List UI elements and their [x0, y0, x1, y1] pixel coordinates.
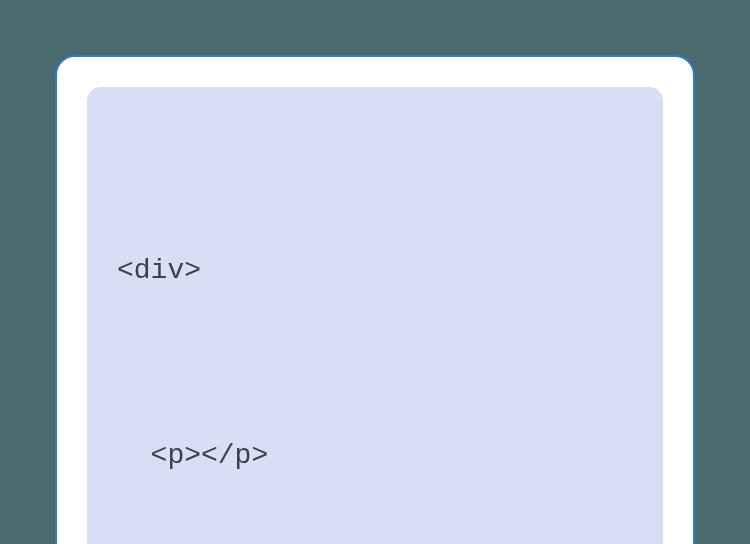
code-card: <div> <p></p> <form> </form> </div>: [55, 55, 695, 544]
code-line: <div>: [117, 240, 633, 302]
code-line: <p></p>: [117, 425, 633, 487]
code-block: <div> <p></p> <form> </form> </div>: [87, 87, 663, 544]
